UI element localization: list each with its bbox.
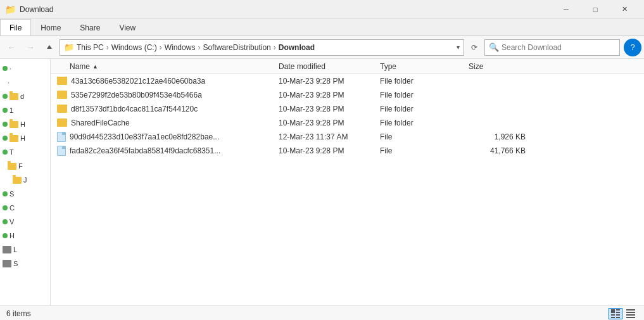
sidebar-item-15[interactable]: S — [0, 257, 50, 271]
maximize-button[interactable]: □ — [581, 0, 610, 19]
item-count: 6 items — [6, 309, 31, 318]
tab-share[interactable]: Share — [70, 19, 110, 35]
file-date-cell: 10-Mar-23 9:28 PM — [279, 118, 380, 127]
file-icon — [57, 146, 66, 156]
sidebar-item-2[interactable]: › — [0, 75, 50, 89]
folder-icon-sidebar-5 — [13, 177, 22, 184]
file-date-cell: 10-Mar-23 9:28 PM — [279, 77, 380, 86]
sidebar-item-6[interactable]: H — [0, 131, 50, 145]
table-row[interactable]: SharedFileCache 10-Mar-23 9:28 PM File f… — [51, 116, 644, 130]
breadcrumb-softwaredist[interactable]: SoftwareDistribution — [203, 43, 270, 52]
address-chevron-icon[interactable]: ▾ — [457, 44, 460, 51]
svg-rect-6 — [616, 317, 620, 318]
file-name-cell: SharedFileCache — [51, 118, 279, 127]
sidebar-label-5: H — [20, 120, 25, 128]
sidebar-label-13: H — [9, 232, 15, 240]
breadcrumb-sep-2: › — [160, 43, 162, 52]
breadcrumb-windows[interactable]: Windows — [165, 43, 196, 52]
list-view-button[interactable] — [624, 308, 638, 319]
table-row[interactable]: 535e7299f2de53b80b09f453e4b5466a 10-Mar-… — [51, 88, 644, 102]
sidebar-item-1[interactable]: › — [0, 61, 50, 75]
up-button[interactable] — [41, 39, 58, 56]
col-header-type[interactable]: Type — [380, 62, 469, 71]
sidebar-item-14[interactable]: L — [0, 243, 50, 257]
table-row[interactable]: 43a13c686e5382021c12ae460e60ba3a 10-Mar-… — [51, 74, 644, 88]
file-date-cell: 12-Mar-23 11:37 AM — [279, 132, 380, 141]
sidebar-item-10[interactable]: S — [0, 187, 50, 201]
sidebar-item-12[interactable]: V — [0, 215, 50, 229]
tab-home[interactable]: Home — [31, 19, 70, 35]
file-name-text: d8f13573df1bdc4cac811ca7f544120c — [71, 105, 198, 113]
file-name-cell: d8f13573df1bdc4cac811ca7f544120c — [51, 105, 279, 113]
folder-icon — [57, 105, 67, 113]
sidebar-label-6: H — [20, 134, 25, 142]
details-view-button[interactable] — [609, 308, 622, 319]
file-date-cell: 10-Mar-23 9:28 PM — [279, 91, 380, 99]
window-icon: 📁 — [5, 4, 16, 15]
minimize-button[interactable]: ─ — [552, 0, 581, 19]
view-controls — [609, 308, 638, 319]
main-layout: › › d 1 H H T F — [0, 59, 644, 305]
table-row[interactable]: 90d9d445233d10e83f7aa1ec0e8fd282bae... 1… — [51, 130, 644, 144]
address-bar[interactable]: 📁 This PC › Windows (C:) › Windows › Sof… — [60, 39, 464, 56]
table-row[interactable]: fada82c2ea36f45fabda85814f9dacfc68351...… — [51, 144, 644, 158]
file-type-cell: File folder — [380, 91, 469, 99]
file-area: Name ▲ Date modified Type Size 43a13c686… — [51, 59, 644, 305]
folder-icon: 📁 — [64, 42, 74, 52]
up-icon — [46, 44, 53, 51]
file-date-cell: 10-Mar-23 9:28 PM — [279, 105, 380, 113]
file-name-cell: 535e7299f2de53b80b09f453e4b5466a — [51, 91, 279, 99]
col-header-date[interactable]: Date modified — [279, 62, 380, 71]
col-header-name[interactable]: Name ▲ — [51, 62, 279, 71]
folder-icon-sidebar-3 — [9, 135, 18, 142]
status-dot-icon-6 — [3, 150, 8, 155]
status-dot-icon-3 — [3, 108, 8, 113]
sidebar-item-4[interactable]: 1 — [0, 103, 50, 117]
status-dot-icon-2 — [3, 94, 8, 99]
sidebar-item-11[interactable]: C — [0, 201, 50, 215]
folder-icon — [57, 118, 67, 127]
title-bar-text: Download — [20, 5, 552, 14]
help-button[interactable]: ? — [624, 39, 641, 56]
tab-view[interactable]: View — [110, 19, 145, 35]
status-dot-icon-10 — [3, 233, 8, 238]
breadcrumb-windows-c[interactable]: Windows (C:) — [111, 43, 157, 52]
close-button[interactable]: ✕ — [610, 0, 639, 19]
search-box[interactable]: 🔍 — [484, 39, 620, 56]
status-dot-icon-4 — [3, 122, 8, 127]
sidebar-label-11: C — [9, 204, 15, 212]
sidebar: › › d 1 H H T F — [0, 59, 51, 305]
sidebar-item-9[interactable]: J — [0, 173, 50, 187]
back-button[interactable]: ← — [3, 39, 20, 56]
folder-icon — [57, 91, 67, 99]
table-row[interactable]: d8f13573df1bdc4cac811ca7f544120c 10-Mar-… — [51, 102, 644, 116]
folder-icon-sidebar-4 — [8, 163, 16, 170]
folder-icon — [57, 77, 67, 85]
tab-file[interactable]: File — [0, 19, 31, 35]
file-name-cell: fada82c2ea36f45fabda85814f9dacfc68351... — [51, 146, 279, 156]
file-name-text: 535e7299f2de53b80b09f453e4b5466a — [71, 91, 202, 99]
sidebar-item-5[interactable]: H — [0, 117, 50, 131]
details-view-icon — [611, 309, 620, 318]
svg-rect-2 — [611, 314, 615, 316]
col-header-size[interactable]: Size — [469, 62, 532, 71]
svg-rect-8 — [626, 312, 635, 313]
sidebar-item-7[interactable]: T — [0, 145, 50, 159]
file-rows: 43a13c686e5382021c12ae460e60ba3a 10-Mar-… — [51, 74, 644, 158]
file-name-text: 43a13c686e5382021c12ae460e60ba3a — [71, 77, 205, 86]
search-input[interactable] — [502, 43, 616, 52]
status-dot-icon-8 — [3, 205, 8, 210]
breadcrumb-download[interactable]: Download — [279, 43, 315, 52]
file-type-cell: File folder — [380, 118, 469, 127]
title-bar: 📁 Download ─ □ ✕ — [0, 0, 644, 19]
file-size-cell: 1,926 KB — [469, 132, 532, 141]
svg-rect-7 — [626, 309, 635, 310]
breadcrumb-thispc[interactable]: This PC — [77, 43, 104, 52]
file-name-text: 90d9d445233d10e83f7aa1ec0e8fd282bae... — [70, 132, 219, 141]
sidebar-item-3[interactable]: d — [0, 89, 50, 103]
file-name-text: SharedFileCache — [71, 118, 130, 127]
forward-button[interactable]: → — [22, 39, 39, 56]
sidebar-item-13[interactable]: H — [0, 229, 50, 243]
refresh-button[interactable]: ⟳ — [465, 39, 483, 56]
sidebar-item-8[interactable]: F — [0, 159, 50, 173]
